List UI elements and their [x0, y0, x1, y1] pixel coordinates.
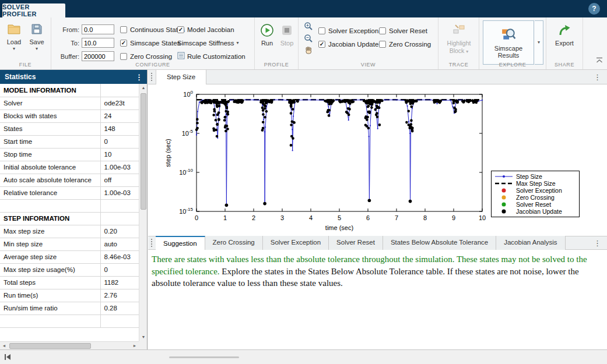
- vertical-scrollbar[interactable]: ▲ ▼: [139, 84, 147, 341]
- legend-label: Solver Exception: [516, 187, 562, 194]
- pan-button[interactable]: [303, 45, 314, 56]
- section-profile: Run Stop PROFILE: [255, 17, 299, 69]
- run-button[interactable]: Run: [259, 23, 275, 47]
- panel-drag-handle[interactable]: [151, 239, 152, 247]
- stat-row-run-time-s: Run time(s)2.76: [0, 289, 139, 302]
- section-view: Solver Exception✓Jacobian Update Solver …: [299, 17, 438, 69]
- from-input[interactable]: [82, 24, 114, 34]
- tab-suggestion[interactable]: Suggestion: [156, 236, 205, 250]
- zoom-in-button[interactable]: [303, 21, 314, 31]
- checkbox-zero-crossing[interactable]: Zero Crossing: [120, 50, 185, 63]
- stat-row-stop-time: Stop time10: [0, 148, 139, 161]
- to-input[interactable]: [82, 38, 114, 48]
- unchecked-box-icon: [318, 27, 325, 34]
- svg-text:10-15: 10-15: [179, 207, 193, 215]
- suggestion-text: There are states with values less than t…: [148, 250, 607, 349]
- section-label-view: VIEW: [299, 62, 438, 68]
- svg-text:10: 10: [479, 214, 486, 221]
- checkbox-zero-crossing[interactable]: Zero Crossing: [379, 37, 431, 51]
- plot-tabbar: Step Size ⋮: [148, 70, 607, 84]
- tab-jacobian-analysis[interactable]: Jacobian Analysis: [496, 236, 565, 250]
- svg-text:7: 7: [395, 214, 398, 221]
- to-label: To:: [55, 40, 79, 47]
- vertical-scroll-thumb[interactable]: [141, 93, 146, 210]
- scroll-down-icon[interactable]: ▼: [139, 333, 148, 341]
- scroll-right-icon[interactable]: ►: [131, 342, 139, 350]
- panel-drag-handle[interactable]: [151, 73, 152, 81]
- scroll-up-icon[interactable]: ▲: [139, 84, 148, 92]
- tab-states-below-absolute-tolerance[interactable]: States Below Absolute Tolerance: [383, 236, 496, 250]
- stat-row-blocks-with-states: Blocks with states24: [0, 109, 139, 122]
- rule-customization-icon: [177, 52, 185, 61]
- status-bar: [0, 349, 607, 364]
- load-button[interactable]: Load ▾: [4, 22, 24, 51]
- zoom-in-icon: [304, 22, 313, 31]
- save-button[interactable]: Save ▾: [27, 22, 47, 51]
- simscape-results-button[interactable]: Simscape Results: [483, 20, 534, 65]
- help-button[interactable]: ?: [588, 3, 600, 15]
- minimize-ribbon-icon[interactable]: [595, 55, 604, 66]
- scroll-left-icon[interactable]: ◄: [0, 342, 8, 350]
- plot-panel-menu-icon[interactable]: ⋮: [594, 73, 601, 82]
- buffer-label: Buffer:: [55, 53, 79, 60]
- zoom-out-icon: [304, 34, 313, 43]
- legend-marker: [495, 206, 513, 217]
- buffer-input[interactable]: [82, 51, 114, 61]
- section-label-configure: CONFIGURE: [51, 62, 254, 68]
- save-icon: [30, 22, 44, 37]
- legend-item-jacobian-update: Jacobian Update: [495, 208, 576, 215]
- checkbox-jacobian-update[interactable]: ✓Jacobian Update: [318, 37, 378, 51]
- checkbox-label: Solver Exception: [328, 27, 378, 34]
- rule-customization-button[interactable]: Rule Customization: [177, 50, 253, 63]
- statistics-table-wrap: MODEL INFORMATIONSolverode23tBlocks with…: [0, 84, 139, 341]
- x-axis-label: time (sec): [325, 224, 353, 231]
- stat-row-start-time: Start time0: [0, 135, 139, 148]
- tab-solver-exception[interactable]: Solver Exception: [263, 236, 329, 250]
- collapse-panel-icon[interactable]: [3, 353, 12, 363]
- stop-icon: [280, 23, 294, 38]
- section-share: Export SHARE: [546, 17, 583, 69]
- checkbox-model-jacobian[interactable]: ✓Model Jacobian: [177, 23, 253, 36]
- checked-box-icon: ✓: [120, 40, 127, 47]
- checkbox-label: Zero Crossing: [389, 41, 431, 48]
- svg-text:0: 0: [195, 214, 198, 221]
- y-axis-label: step (sec): [164, 139, 171, 167]
- stat-row-max-step-size-usage: Max step size usage(%)0: [0, 263, 139, 276]
- stat-row-max-step-size: Max step size0.20: [0, 225, 139, 238]
- statistics-header: Statistics ⋮: [0, 70, 147, 84]
- tab-solver-reset[interactable]: Solver Reset: [329, 236, 383, 250]
- zoom-out-button[interactable]: [303, 33, 314, 44]
- simscape-results-dropdown[interactable]: ▾: [535, 20, 543, 65]
- highlight-block-icon: [452, 23, 466, 38]
- stop-button: Stop: [279, 23, 295, 47]
- statistics-title: Statistics: [5, 73, 36, 81]
- checkbox-label: Zero Crossing: [130, 53, 172, 60]
- svg-text:10-10: 10-10: [179, 168, 193, 176]
- legend-label: Solver Reset: [516, 201, 551, 208]
- checkbox-simscape-states[interactable]: ✓Simscape States: [120, 36, 185, 50]
- section-file: Load ▾ Save ▾ FILE: [0, 17, 51, 69]
- checkbox-solver-reset[interactable]: Solver Reset: [379, 24, 431, 37]
- section-label-file: FILE: [0, 62, 51, 68]
- checked-box-icon: ✓: [318, 41, 325, 48]
- chart-legend: Step SizeMax Step SizeSolver ExceptionZe…: [491, 171, 580, 217]
- horizontal-scrollbar[interactable]: ◄ ►: [0, 341, 139, 349]
- checkbox-continuous-states[interactable]: Continuous States: [120, 23, 185, 36]
- svg-text:4: 4: [309, 214, 313, 221]
- highlight-block-button: Highlight Block ▾: [442, 23, 476, 55]
- horizontal-scroll-thumb[interactable]: [9, 343, 91, 349]
- tab-solver-profiler[interactable]: SOLVER PROFILER: [2, 3, 65, 17]
- checkbox-solver-exception[interactable]: Solver Exception: [318, 24, 378, 37]
- statistics-menu-icon[interactable]: ⋮: [135, 73, 143, 82]
- empty-row: [0, 314, 139, 327]
- stat-row-solver: Solverode23t: [0, 97, 139, 109]
- tab-zero-crossing[interactable]: Zero Crossing: [205, 236, 263, 250]
- tab-step-size[interactable]: Step Size: [156, 70, 206, 84]
- simscape-stiffness-dropdown[interactable]: Simscape Stiffness ▾: [177, 36, 253, 50]
- export-button[interactable]: Export: [554, 23, 575, 47]
- svg-text:6: 6: [366, 214, 370, 221]
- bottom-panel-menu-icon[interactable]: ⋮: [594, 239, 601, 248]
- simscape-results-icon: [501, 27, 516, 43]
- pan-hand-icon: [304, 46, 313, 55]
- splitter-grip[interactable]: [169, 356, 239, 358]
